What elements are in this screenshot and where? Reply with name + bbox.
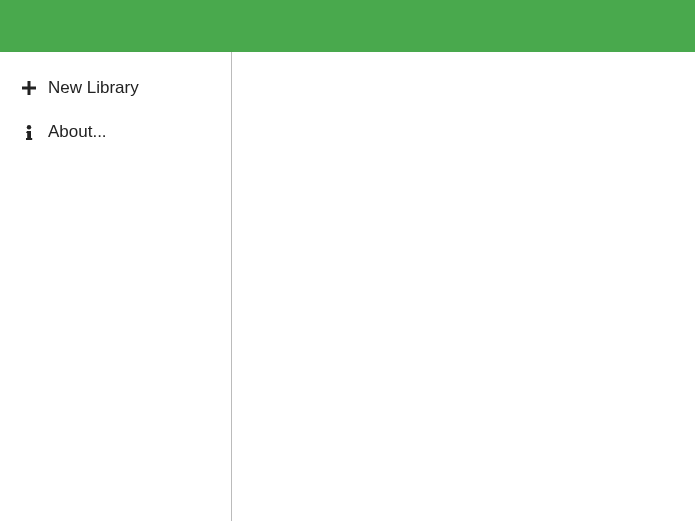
sidebar: New Library About...	[0, 52, 232, 521]
sidebar-item-about[interactable]: About...	[0, 110, 231, 154]
main-area	[232, 52, 695, 521]
svg-rect-1	[22, 87, 36, 90]
sidebar-item-label: About...	[48, 122, 107, 142]
top-bar	[0, 0, 695, 52]
plus-icon	[20, 81, 38, 95]
sidebar-item-new-library[interactable]: New Library	[0, 66, 231, 110]
sidebar-item-label: New Library	[48, 78, 139, 98]
info-icon	[20, 125, 38, 141]
svg-point-2	[27, 125, 31, 129]
app-body: New Library About...	[0, 52, 695, 521]
